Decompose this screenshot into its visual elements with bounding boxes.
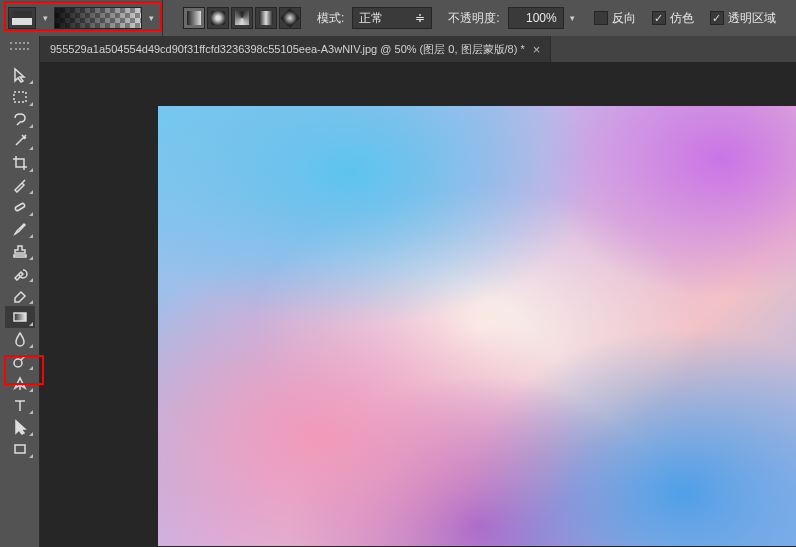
tool-preset-dropdown[interactable]: ▾ bbox=[40, 7, 50, 29]
gradient-type-reflected[interactable] bbox=[255, 7, 277, 29]
blur-tool[interactable] bbox=[5, 328, 35, 350]
gradient-type-group bbox=[183, 7, 301, 29]
gradient-tool[interactable] bbox=[5, 306, 35, 328]
gradient-icon bbox=[12, 309, 28, 325]
move-icon bbox=[12, 67, 28, 83]
svg-rect-4 bbox=[15, 445, 25, 453]
dodge-tool[interactable] bbox=[5, 350, 35, 372]
eraser-tool[interactable] bbox=[5, 284, 35, 306]
move-tool[interactable] bbox=[5, 64, 35, 86]
opacity-label: 不透明度: bbox=[448, 10, 499, 27]
magic-wand-tool[interactable] bbox=[5, 130, 35, 152]
gradient-type-diamond[interactable] bbox=[279, 7, 301, 29]
svg-rect-1 bbox=[14, 203, 25, 211]
eyedropper-icon bbox=[12, 177, 28, 193]
gradient-tool-icon bbox=[12, 11, 32, 25]
document-tab-title: 955529a1a504554d49cd90f31ffcfd3236398c55… bbox=[50, 42, 525, 57]
angle-gradient-icon bbox=[235, 11, 249, 25]
panel-grip-icon[interactable] bbox=[10, 42, 29, 50]
reverse-label: 反向 bbox=[612, 10, 636, 27]
eyedropper-tool[interactable] bbox=[5, 174, 35, 196]
gradient-picker-dropdown[interactable]: ▾ bbox=[146, 7, 156, 29]
tool-preset-button[interactable] bbox=[8, 7, 36, 29]
gradient-type-linear[interactable] bbox=[183, 7, 205, 29]
type-icon bbox=[12, 397, 28, 413]
document-tab[interactable]: 955529a1a504554d49cd90f31ffcfd3236398c55… bbox=[40, 36, 551, 62]
dither-label: 仿色 bbox=[670, 10, 694, 27]
history-brush-tool[interactable] bbox=[5, 262, 35, 284]
gradient-editor-swatch[interactable] bbox=[54, 7, 142, 29]
marquee-tool[interactable] bbox=[5, 86, 35, 108]
opacity-value: 100% bbox=[526, 11, 557, 25]
history-brush-icon bbox=[12, 265, 28, 281]
crop-tool[interactable] bbox=[5, 152, 35, 174]
path-selection-tool[interactable] bbox=[5, 416, 35, 438]
checkbox-icon bbox=[594, 11, 608, 25]
gradient-type-angle[interactable] bbox=[231, 7, 253, 29]
stamp-icon bbox=[12, 243, 28, 259]
blend-mode-select[interactable]: 正常 ≑ bbox=[352, 7, 432, 29]
opacity-field[interactable]: 100% bbox=[508, 7, 564, 29]
gradient-type-radial[interactable] bbox=[207, 7, 229, 29]
reverse-checkbox[interactable]: 反向 bbox=[594, 10, 636, 27]
close-tab-button[interactable]: × bbox=[533, 42, 541, 57]
radial-gradient-icon bbox=[211, 11, 225, 25]
brush-tool[interactable] bbox=[5, 218, 35, 240]
lasso-icon bbox=[12, 111, 28, 127]
diamond-gradient-icon bbox=[280, 8, 300, 28]
wand-icon bbox=[12, 133, 28, 149]
svg-point-3 bbox=[14, 359, 22, 367]
opacity-dropdown[interactable]: ▾ bbox=[568, 7, 578, 29]
clone-stamp-tool[interactable] bbox=[5, 240, 35, 262]
linear-gradient-icon bbox=[187, 11, 201, 25]
checkbox-icon: ✓ bbox=[652, 11, 666, 25]
blend-mode-value: 正常 bbox=[359, 10, 383, 27]
transparency-label: 透明区域 bbox=[728, 10, 776, 27]
bandage-icon bbox=[12, 199, 28, 215]
pen-icon bbox=[12, 375, 28, 391]
document-tab-bar: 955529a1a504554d49cd90f31ffcfd3236398c55… bbox=[40, 36, 796, 62]
svg-rect-2 bbox=[14, 313, 26, 321]
rectangle-shape-tool[interactable] bbox=[5, 438, 35, 460]
eraser-icon bbox=[12, 287, 28, 303]
lasso-tool[interactable] bbox=[5, 108, 35, 130]
svg-rect-0 bbox=[14, 92, 26, 102]
document-canvas[interactable] bbox=[158, 106, 796, 546]
reflected-gradient-icon bbox=[259, 11, 273, 25]
type-tool[interactable] bbox=[5, 394, 35, 416]
rectangle-icon bbox=[12, 441, 28, 457]
divider bbox=[162, 0, 163, 36]
tools-panel bbox=[0, 36, 40, 547]
pen-tool[interactable] bbox=[5, 372, 35, 394]
droplet-icon bbox=[12, 331, 28, 347]
marquee-icon bbox=[12, 89, 28, 105]
checkbox-icon: ✓ bbox=[710, 11, 724, 25]
healing-brush-tool[interactable] bbox=[5, 196, 35, 218]
transparency-checkbox[interactable]: ✓ 透明区域 bbox=[710, 10, 776, 27]
blend-mode-label: 模式: bbox=[317, 10, 344, 27]
crop-icon bbox=[12, 155, 28, 171]
arrow-cursor-icon bbox=[12, 419, 28, 435]
workspace bbox=[40, 62, 796, 547]
brush-icon bbox=[12, 221, 28, 237]
dropdown-icon: ≑ bbox=[415, 11, 425, 25]
dodge-icon bbox=[12, 353, 28, 369]
options-bar: ▾ ▾ 模式: 正常 ≑ 不透明度: 100% ▾ 反向 ✓ 仿色 ✓ 透明区域 bbox=[0, 0, 796, 36]
dither-checkbox[interactable]: ✓ 仿色 bbox=[652, 10, 694, 27]
